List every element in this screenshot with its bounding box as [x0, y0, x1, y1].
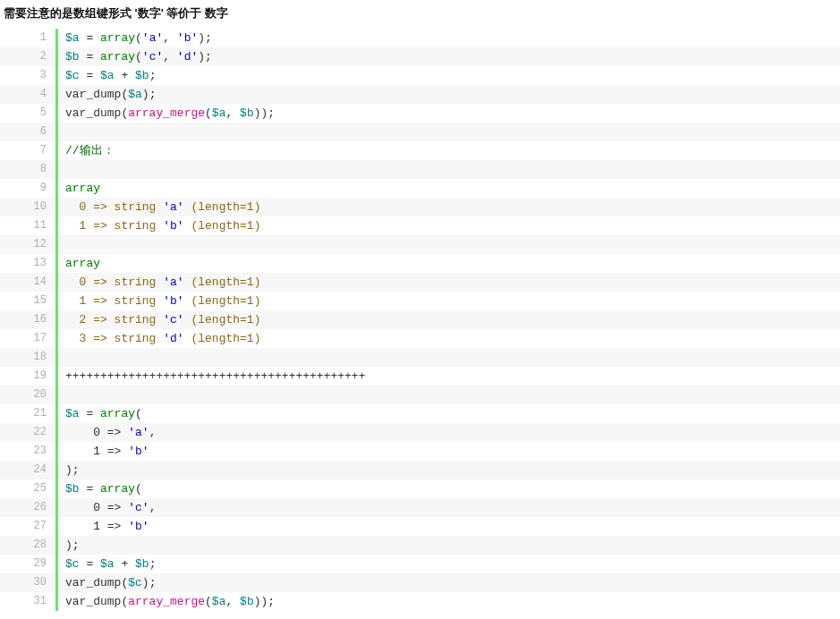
token: (length=1)	[184, 313, 261, 326]
line-number: 3	[0, 66, 55, 85]
token: 'b'	[128, 520, 148, 533]
token: ,	[163, 31, 177, 45]
code-line: 6	[0, 123, 840, 141]
code-content: $b = array('c', 'd');	[58, 47, 212, 66]
token: 0 =>	[65, 501, 128, 514]
code-line: 24);	[0, 461, 840, 479]
code-content: //输出：	[58, 141, 115, 160]
code-line: 17 3 => string 'd' (length=1)	[0, 329, 840, 348]
code-line: 22 0 => 'a',	[0, 423, 840, 442]
line-number: 26	[0, 498, 55, 517]
code-line: 11 1 => string 'b' (length=1)	[0, 216, 840, 235]
token: ;	[149, 69, 157, 82]
code-content: 0 => 'c',	[58, 498, 156, 517]
token: 'b'	[177, 31, 198, 45]
code-line: 31var_dump(array_merge($a, $b));	[0, 592, 840, 611]
code-line: 8	[0, 160, 840, 179]
token: $a	[65, 31, 80, 45]
code-line: 25$b = array(	[0, 479, 840, 498]
line-number: 15	[0, 292, 55, 310]
line-number: 10	[0, 198, 55, 216]
code-line: 7//输出：	[0, 141, 840, 160]
token: 1 => string	[65, 219, 163, 233]
line-number: 22	[0, 423, 55, 442]
line-number: 23	[0, 442, 55, 461]
token: 0 => string	[65, 276, 163, 289]
token: $b	[240, 595, 254, 608]
token: var_dump(	[65, 576, 128, 589]
token: array	[100, 407, 135, 420]
token: array_merge	[128, 106, 205, 120]
code-content: 1 => string 'b' (length=1)	[58, 292, 260, 310]
token: =	[80, 50, 100, 64]
token: var_dump(	[65, 595, 128, 608]
code-line: 5var_dump(array_merge($a, $b));	[0, 104, 840, 123]
token: array	[100, 50, 135, 64]
line-number: 2	[0, 47, 55, 66]
token: =	[80, 482, 100, 496]
page-heading: 需要注意的是数组键形式 '数字' 等价于 数字	[0, 0, 840, 29]
token: $a	[212, 595, 226, 608]
token: array	[65, 257, 100, 270]
line-number: 20	[0, 386, 55, 404]
code-line: 2$b = array('c', 'd');	[0, 47, 840, 66]
token: $a	[128, 88, 142, 101]
token: ,	[149, 501, 157, 514]
line-number: 25	[0, 479, 55, 498]
line-number: 29	[0, 555, 55, 573]
line-number: 18	[0, 348, 55, 367]
token: (	[135, 31, 142, 45]
line-number: 6	[0, 123, 55, 141]
line-number: 31	[0, 592, 55, 611]
code-content: var_dump(array_merge($a, $b));	[58, 592, 275, 611]
token: ));	[254, 106, 275, 120]
token: $b	[135, 557, 149, 571]
line-number: 16	[0, 310, 55, 329]
code-content: $c = $a + $b;	[58, 66, 156, 85]
code-content: array	[58, 254, 100, 273]
token: var_dump(	[65, 88, 128, 101]
token: (length=1)	[184, 294, 261, 308]
code-line: 29$c = $a + $b;	[0, 555, 840, 573]
code-line: 14 0 => string 'a' (length=1)	[0, 273, 840, 292]
line-number: 28	[0, 536, 55, 555]
token: =	[80, 557, 100, 571]
code-line: 3$c = $a + $b;	[0, 66, 840, 85]
code-line: 4var_dump($a);	[0, 85, 840, 104]
token: =	[80, 407, 100, 420]
code-content	[58, 160, 65, 179]
token: 'a'	[163, 200, 183, 214]
code-content: 3 => string 'd' (length=1)	[58, 329, 260, 348]
token: (	[135, 482, 142, 496]
token: (	[135, 50, 142, 64]
token: +	[115, 69, 135, 82]
code-line: 13array	[0, 254, 840, 273]
line-number: 9	[0, 179, 55, 198]
token: (	[135, 407, 142, 420]
token: array_merge	[128, 595, 205, 608]
token: ,	[225, 106, 240, 120]
token: $b	[65, 482, 80, 496]
code-line: 26 0 => 'c',	[0, 498, 840, 517]
line-number: 7	[0, 141, 55, 160]
token: 'b'	[163, 294, 183, 308]
code-content: $a = array('a', 'b');	[58, 29, 212, 47]
code-line: 12	[0, 235, 840, 254]
code-content: array	[58, 179, 100, 198]
token: );	[65, 538, 80, 552]
token: array	[100, 31, 135, 45]
token: 'a'	[128, 426, 148, 439]
token: $c	[128, 576, 142, 589]
token: );	[142, 88, 157, 101]
code-line: 20	[0, 386, 840, 404]
token: (length=1)	[184, 332, 261, 345]
token: 'a'	[142, 31, 163, 45]
code-line: 27 1 => 'b'	[0, 517, 840, 536]
token: 'd'	[177, 50, 198, 64]
line-number: 4	[0, 85, 55, 104]
code-line: 15 1 => string 'b' (length=1)	[0, 292, 840, 310]
line-number: 5	[0, 104, 55, 123]
code-line: 30var_dump($c);	[0, 573, 840, 592]
line-number: 8	[0, 160, 55, 179]
code-content: );	[58, 461, 80, 479]
